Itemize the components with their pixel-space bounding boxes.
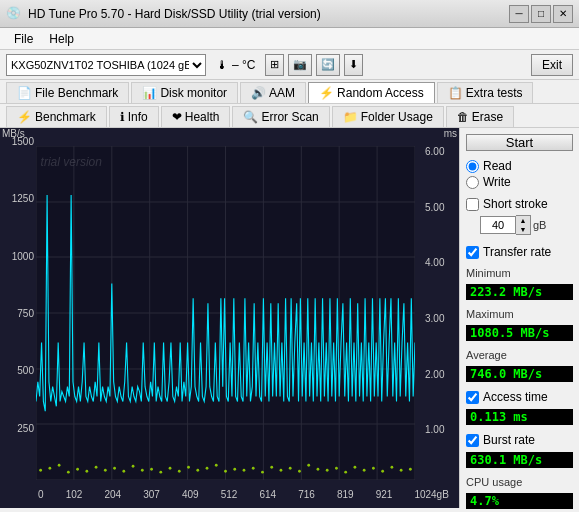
x-label-2: 204	[104, 489, 121, 500]
x-axis: 0 102 204 307 409 512 614 716 819 921 10…	[36, 480, 451, 508]
access-time-checkbox-label[interactable]: Access time	[466, 390, 573, 404]
svg-point-40	[233, 468, 236, 471]
tab-extra-tests[interactable]: 📋 Extra tests	[437, 82, 534, 103]
disk-select[interactable]: KXG50ZNV1T02 TOSHIBA (1024 gB)	[6, 54, 206, 76]
svg-point-41	[243, 469, 246, 472]
read-radio[interactable]	[466, 160, 479, 173]
svg-point-37	[206, 467, 209, 470]
benchmark-icon: ⚡	[17, 110, 32, 124]
start-button[interactable]: Start	[466, 134, 573, 151]
svg-point-59	[409, 468, 412, 471]
svg-point-29	[132, 465, 135, 468]
minimize-button[interactable]: ─	[509, 5, 529, 23]
x-label-9: 921	[376, 489, 393, 500]
write-radio[interactable]	[466, 176, 479, 189]
x-label-1: 102	[66, 489, 83, 500]
close-button[interactable]: ✕	[553, 5, 573, 23]
gb-spinbox: 40 ▲ ▼ gB	[480, 215, 573, 235]
title-bar: 💿 HD Tune Pro 5.70 - Hard Disk/SSD Utili…	[0, 0, 579, 28]
x-label-10: 1024gB	[414, 489, 448, 500]
menu-bar: File Help	[0, 28, 579, 50]
maximize-button[interactable]: □	[531, 5, 551, 23]
y-left-label-0: 1500	[12, 136, 34, 147]
tab-file-benchmark[interactable]: 📄 File Benchmark	[6, 82, 129, 103]
y-left-label-5: 250	[17, 423, 34, 434]
right-panel: Start Read Write Short stroke 40 ▲ ▼ gB	[459, 128, 579, 508]
temp-unit: – °C	[232, 58, 255, 72]
burst-rate-checkbox[interactable]	[466, 434, 479, 447]
gb-input[interactable]: 40	[480, 216, 516, 234]
y-axis-right: 6.00 5.00 4.00 3.00 2.00 1.00	[423, 146, 459, 480]
disk-monitor-icon: 📊	[142, 86, 157, 100]
info-icon: ℹ	[120, 110, 125, 124]
svg-point-57	[391, 466, 394, 469]
x-label-8: 819	[337, 489, 354, 500]
tab-info[interactable]: ℹ Info	[109, 106, 159, 127]
svg-point-22	[67, 471, 70, 474]
app-icon: 💿	[6, 6, 22, 22]
tab-aam[interactable]: 🔊 AAM	[240, 82, 306, 103]
svg-point-55	[372, 467, 375, 470]
extra-tests-icon: 📋	[448, 86, 463, 100]
tabs-row2: ⚡ Benchmark ℹ Info ❤ Health 🔍 Error Scan…	[0, 104, 579, 128]
y-right-label-4: 2.00	[425, 369, 444, 380]
svg-point-45	[280, 469, 283, 472]
svg-point-49	[317, 468, 320, 471]
access-time-checkbox[interactable]	[466, 391, 479, 404]
svg-point-44	[270, 466, 273, 469]
burst-rate-checkbox-label[interactable]: Burst rate	[466, 433, 573, 447]
minimum-label: Minimum	[466, 267, 573, 279]
spinbox-down[interactable]: ▼	[516, 225, 530, 234]
toolbar-btn-3[interactable]: 🔄	[316, 54, 340, 76]
y-left-label-2: 1000	[12, 251, 34, 262]
exit-button[interactable]: Exit	[531, 54, 573, 76]
y-axis-right-unit: ms	[444, 128, 457, 139]
svg-point-58	[400, 469, 403, 472]
chart-svg: trial version	[36, 146, 415, 480]
svg-point-20	[48, 467, 51, 470]
spinbox-buttons: ▲ ▼	[516, 215, 531, 235]
folder-usage-icon: 📁	[343, 110, 358, 124]
short-stroke-label[interactable]: Short stroke	[466, 197, 573, 211]
short-stroke-checkbox[interactable]	[466, 198, 479, 211]
read-radio-label[interactable]: Read	[466, 159, 573, 173]
main-content: MB/s ms 1500 1250 1000 750 500 250	[0, 128, 579, 508]
y-left-label-4: 500	[17, 365, 34, 376]
write-radio-label[interactable]: Write	[466, 175, 573, 189]
svg-point-47	[298, 470, 301, 473]
svg-point-51	[335, 467, 338, 470]
svg-point-21	[58, 464, 61, 467]
y-right-label-2: 4.00	[425, 257, 444, 268]
y-left-label-1: 1250	[12, 193, 34, 204]
transfer-rate-checkbox-label[interactable]: Transfer rate	[466, 245, 573, 259]
tab-erase[interactable]: 🗑 Erase	[446, 106, 514, 127]
svg-point-48	[307, 464, 310, 467]
svg-point-34	[178, 470, 181, 473]
svg-text:trial version: trial version	[41, 154, 102, 168]
menu-help[interactable]: Help	[41, 30, 82, 48]
svg-point-43	[261, 471, 264, 474]
toolbar-btn-1[interactable]: ⊞	[265, 54, 284, 76]
svg-point-25	[95, 466, 98, 469]
menu-file[interactable]: File	[6, 30, 41, 48]
svg-point-39	[224, 470, 227, 473]
tab-benchmark[interactable]: ⚡ Benchmark	[6, 106, 107, 127]
svg-point-26	[104, 469, 107, 472]
svg-point-30	[141, 469, 144, 472]
toolbar-btn-2[interactable]: 📷	[288, 54, 312, 76]
thermometer-icon: 🌡	[216, 58, 228, 72]
tab-random-access[interactable]: ⚡ Random Access	[308, 82, 435, 103]
tabs-row1: 📄 File Benchmark 📊 Disk monitor 🔊 AAM ⚡ …	[0, 80, 579, 104]
toolbar-btn-4[interactable]: ⬇	[344, 54, 363, 76]
health-icon: ❤	[172, 110, 182, 124]
tab-error-scan[interactable]: 🔍 Error Scan	[232, 106, 329, 127]
transfer-rate-checkbox[interactable]	[466, 246, 479, 259]
spinbox-up[interactable]: ▲	[516, 216, 530, 225]
burst-rate-value: 630.1 MB/s	[466, 452, 573, 468]
tab-disk-monitor[interactable]: 📊 Disk monitor	[131, 82, 238, 103]
svg-point-28	[122, 470, 125, 473]
minimum-value: 223.2 MB/s	[466, 284, 573, 300]
y-axis-left: 1500 1250 1000 750 500 250	[0, 136, 36, 480]
tab-health[interactable]: ❤ Health	[161, 106, 231, 127]
tab-folder-usage[interactable]: 📁 Folder Usage	[332, 106, 444, 127]
